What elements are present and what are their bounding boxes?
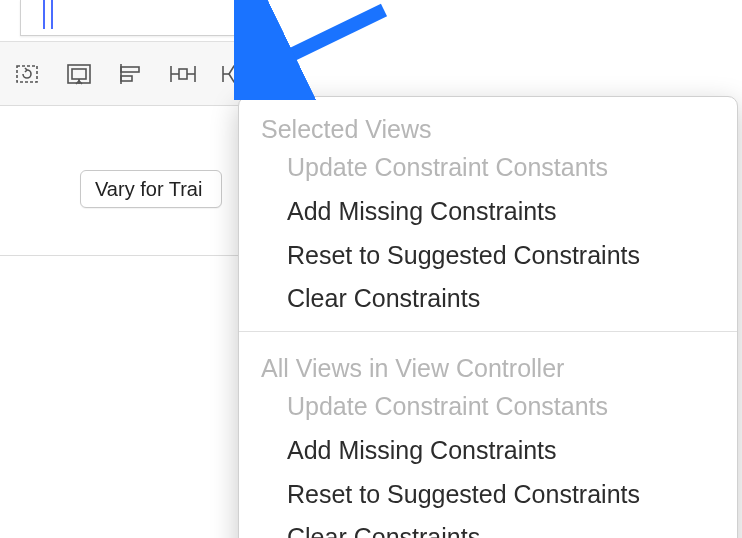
menu-item-add-missing-all[interactable]: Add Missing Constraints xyxy=(239,429,737,473)
canvas-content xyxy=(20,0,250,36)
menu-item-add-missing[interactable]: Add Missing Constraints xyxy=(239,190,737,234)
pin-icon[interactable] xyxy=(166,57,200,91)
resolve-issues-menu: Selected Views Update Constraint Constan… xyxy=(238,96,738,538)
align-icon[interactable] xyxy=(114,57,148,91)
menu-item-update-constants-all: Update Constraint Constants xyxy=(239,385,737,429)
layout-guide xyxy=(51,0,53,29)
svg-line-7 xyxy=(256,10,384,72)
svg-rect-3 xyxy=(121,67,139,72)
resolve-issues-icon[interactable] xyxy=(218,57,252,91)
menu-item-clear-all[interactable]: Clear Constraints xyxy=(239,516,737,538)
auto-layout-toolbar xyxy=(0,42,268,106)
menu-section-header: Selected Views xyxy=(239,97,737,146)
embed-in-icon[interactable] xyxy=(62,57,96,91)
layout-guide xyxy=(43,0,45,29)
vary-for-traits-label: Vary for Trai xyxy=(95,178,202,201)
svg-rect-2 xyxy=(72,69,86,79)
svg-rect-4 xyxy=(121,76,132,81)
menu-item-update-constants: Update Constraint Constants xyxy=(239,146,737,190)
svg-rect-5 xyxy=(179,69,187,79)
menu-item-reset-suggested[interactable]: Reset to Suggested Constraints xyxy=(239,234,737,278)
canvas-area xyxy=(0,0,268,42)
menu-separator xyxy=(239,331,737,332)
menu-section-header: All Views in View Controller xyxy=(239,336,737,385)
menu-item-reset-suggested-all[interactable]: Reset to Suggested Constraints xyxy=(239,473,737,517)
svg-rect-0 xyxy=(17,66,37,82)
update-frames-icon[interactable] xyxy=(10,57,44,91)
bottom-bar-area: Vary for Trai xyxy=(0,106,238,256)
menu-item-clear[interactable]: Clear Constraints xyxy=(239,277,737,321)
vary-for-traits-button[interactable]: Vary for Trai xyxy=(80,170,222,208)
